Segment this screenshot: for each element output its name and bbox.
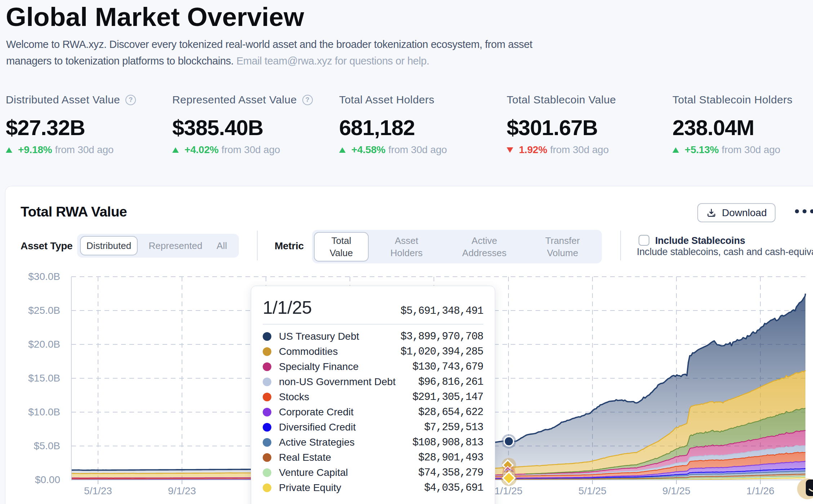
svg-text:$30.0B: $30.0B <box>28 271 60 282</box>
svg-text:$15.0B: $15.0B <box>28 373 60 384</box>
svg-text:$25.0B: $25.0B <box>28 305 60 316</box>
svg-text:$20.0B: $20.0B <box>28 339 60 350</box>
svg-text:9/1/25: 9/1/25 <box>662 485 690 496</box>
svg-text:1/1/26: 1/1/26 <box>746 485 774 496</box>
svg-text:$5.0B: $5.0B <box>34 440 60 451</box>
svg-text:$0.00: $0.00 <box>35 474 60 485</box>
svg-text:1/1/25: 1/1/25 <box>494 485 523 496</box>
svg-text:5/1/25: 5/1/25 <box>578 485 607 496</box>
svg-text:9/1/23: 9/1/23 <box>168 485 196 496</box>
svg-text:$10.0B: $10.0B <box>28 406 60 418</box>
svg-text:5/1/23: 5/1/23 <box>84 485 112 496</box>
